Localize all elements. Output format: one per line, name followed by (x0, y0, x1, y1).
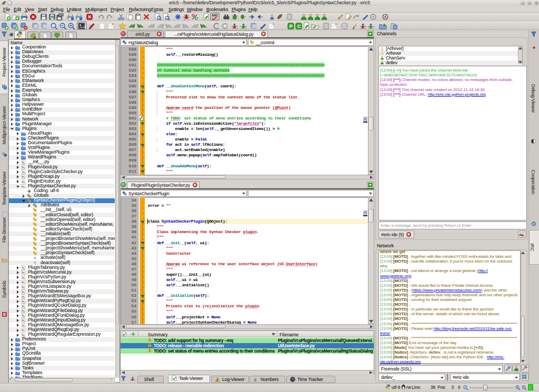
svg-text:C: C (297, 24, 301, 29)
svg-text:P: P (290, 24, 293, 29)
svg-text:ABC: ABC (212, 14, 218, 17)
svg-text:π: π (254, 377, 257, 383)
svg-text:S: S (3, 313, 6, 316)
